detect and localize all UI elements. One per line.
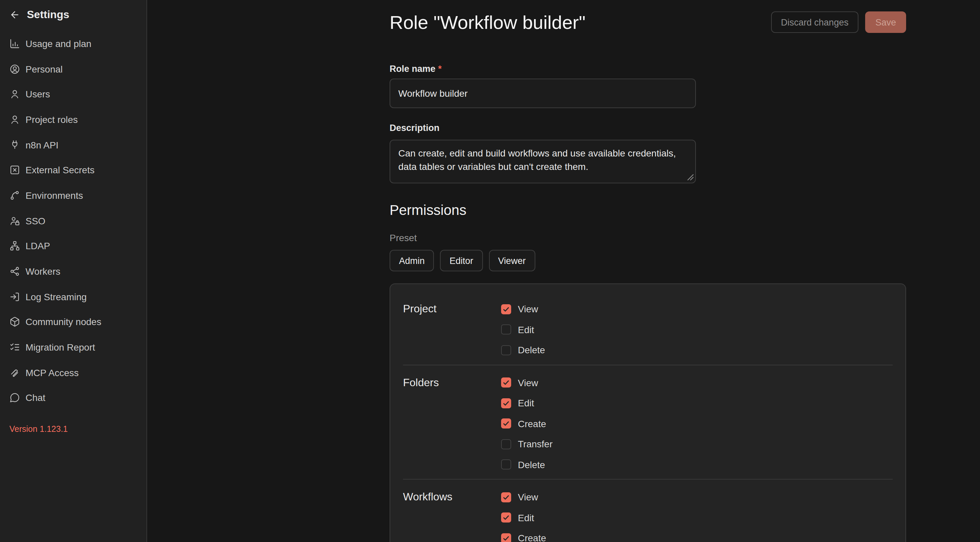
permission-row-workflows-edit[interactable]: Edit: [501, 507, 546, 528]
hierarchy-icon: [10, 241, 20, 251]
permission-label: View: [518, 304, 538, 315]
sidebar-item-chat[interactable]: Chat: [0, 385, 146, 410]
sidebar-item-label: Migration Report: [25, 342, 95, 353]
preset-button-admin[interactable]: Admin: [390, 250, 434, 271]
sidebar-item-label: n8n API: [25, 139, 59, 150]
required-asterisk: *: [438, 63, 442, 75]
sidebar-item-usage-and-plan[interactable]: Usage and plan: [0, 31, 146, 56]
git-branch-icon: [10, 190, 20, 201]
sidebar-item-label: Community nodes: [25, 317, 102, 327]
preset-buttons: AdminEditorViewer: [390, 250, 906, 271]
page-header: Role "Workflow builder" Discard changes …: [390, 0, 906, 35]
checkbox-folders-delete[interactable]: [501, 460, 511, 470]
vault-icon: [10, 165, 20, 176]
permission-row-workflows-create[interactable]: Create: [501, 528, 546, 542]
sidebar-item-label: Chat: [25, 393, 45, 403]
checkbox-workflows-create[interactable]: [501, 533, 511, 542]
sidebar-item-label: LDAP: [25, 241, 50, 251]
permission-rows: ViewEditCreateTransferDelete: [501, 372, 552, 475]
permission-label: Transfer: [518, 439, 552, 450]
share-network-icon: [10, 266, 20, 277]
sidebar-item-ldap[interactable]: LDAP: [0, 234, 146, 259]
permission-rows: ViewEditDelete: [501, 299, 545, 360]
permissions-heading: Permissions: [390, 202, 906, 219]
checkbox-workflows-edit[interactable]: [501, 513, 511, 523]
sidebar-item-label: Personal: [25, 64, 63, 74]
group-divider: [403, 479, 892, 480]
permission-row-folders-edit[interactable]: Edit: [501, 393, 552, 413]
description-label: Description: [390, 122, 906, 134]
user-icon: [10, 89, 20, 99]
permission-group-workflows: WorkflowsViewEditCreate: [390, 487, 905, 542]
permission-label: View: [518, 492, 538, 503]
sidebar-nav: Usage and planPersonalUsersProject roles…: [0, 31, 146, 411]
sidebar-item-users[interactable]: Users: [0, 82, 146, 107]
permission-group-project: ProjectViewEditDelete: [390, 299, 905, 360]
sidebar-item-external-secrets[interactable]: External Secrets: [0, 157, 146, 183]
permission-group-label: Folders: [403, 372, 501, 475]
permission-row-folders-delete[interactable]: Delete: [501, 455, 552, 475]
permission-row-folders-create[interactable]: Create: [501, 413, 552, 434]
sidebar-item-workers[interactable]: Workers: [0, 259, 146, 284]
sidebar-item-project-roles[interactable]: Project roles: [0, 107, 146, 132]
sidebar-item-label: Workers: [25, 266, 60, 277]
sidebar-item-label: External Secrets: [25, 165, 94, 176]
sidebar-item-label: SSO: [25, 215, 45, 226]
preset-button-viewer[interactable]: Viewer: [488, 250, 535, 271]
user-lock-icon: [10, 215, 20, 226]
chat-bubble-icon: [10, 393, 20, 403]
version-label: Version 1.123.1: [10, 424, 68, 434]
checkbox-project-delete[interactable]: [501, 345, 511, 355]
permission-label: Create: [518, 418, 546, 429]
preset-button-editor[interactable]: Editor: [440, 250, 483, 271]
permission-row-project-delete[interactable]: Delete: [501, 340, 545, 360]
permission-row-folders-transfer[interactable]: Transfer: [501, 434, 552, 455]
sidebar-item-n8n-api[interactable]: n8n API: [0, 132, 146, 157]
permission-row-folders-view[interactable]: View: [501, 372, 552, 393]
permission-label: View: [518, 377, 538, 388]
sidebar-item-mcp-access[interactable]: MCP Access: [0, 360, 146, 385]
checkbox-project-view[interactable]: [501, 304, 511, 314]
sidebar-item-migration-report[interactable]: Migration Report: [0, 335, 146, 360]
permission-row-workflows-view[interactable]: View: [501, 487, 546, 507]
resize-handle-icon[interactable]: [687, 174, 694, 181]
checkbox-folders-transfer[interactable]: [501, 439, 511, 449]
sidebar-item-sso[interactable]: SSO: [0, 208, 146, 234]
sidebar-item-log-streaming[interactable]: Log Streaming: [0, 284, 146, 309]
checkbox-folders-create[interactable]: [501, 419, 511, 429]
sidebar-item-label: Project roles: [25, 114, 78, 125]
sidebar-item-label: Environments: [25, 190, 83, 201]
role-name-label: Role name *: [390, 63, 906, 75]
description-textarea[interactable]: Can create, edit and build workflows and…: [390, 140, 696, 183]
role-name-input[interactable]: [390, 79, 696, 108]
discard-changes-button[interactable]: Discard changes: [771, 11, 858, 33]
save-button[interactable]: Save: [865, 11, 906, 33]
checkbox-folders-edit[interactable]: [501, 398, 511, 408]
permission-rows: ViewEditCreate: [501, 487, 546, 542]
permission-label: Delete: [518, 345, 545, 356]
checkbox-workflows-view[interactable]: [501, 492, 511, 502]
checkbox-project-edit[interactable]: [501, 325, 511, 335]
checkbox-folders-view[interactable]: [501, 378, 511, 388]
sidebar-item-label: MCP Access: [25, 367, 79, 378]
permissions-card: ProjectViewEditDeleteFoldersViewEditCrea…: [390, 283, 906, 542]
permission-row-project-edit[interactable]: Edit: [501, 319, 545, 340]
sidebar-item-environments[interactable]: Environments: [0, 183, 146, 208]
permission-label: Create: [518, 533, 546, 542]
group-divider: [403, 364, 892, 365]
settings-sidebar: Settings Usage and planPersonalUsersProj…: [0, 0, 147, 542]
page-title: Role "Workflow builder": [390, 11, 585, 35]
sidebar-item-label: Log Streaming: [25, 291, 87, 302]
permission-group-label: Project: [403, 299, 501, 360]
user-circle-icon: [10, 64, 20, 74]
header-actions: Discard changes Save: [771, 11, 906, 33]
plug-icon: [10, 139, 20, 150]
sidebar-header[interactable]: Settings: [0, 8, 146, 22]
sidebar-item-personal[interactable]: Personal: [0, 56, 146, 81]
chart-bars-icon: [10, 38, 20, 49]
sidebar-item-community-nodes[interactable]: Community nodes: [0, 309, 146, 334]
cube-icon: [10, 317, 20, 327]
permission-row-project-view[interactable]: View: [501, 299, 545, 319]
log-in-icon: [10, 291, 20, 302]
permission-label: Delete: [518, 459, 545, 470]
